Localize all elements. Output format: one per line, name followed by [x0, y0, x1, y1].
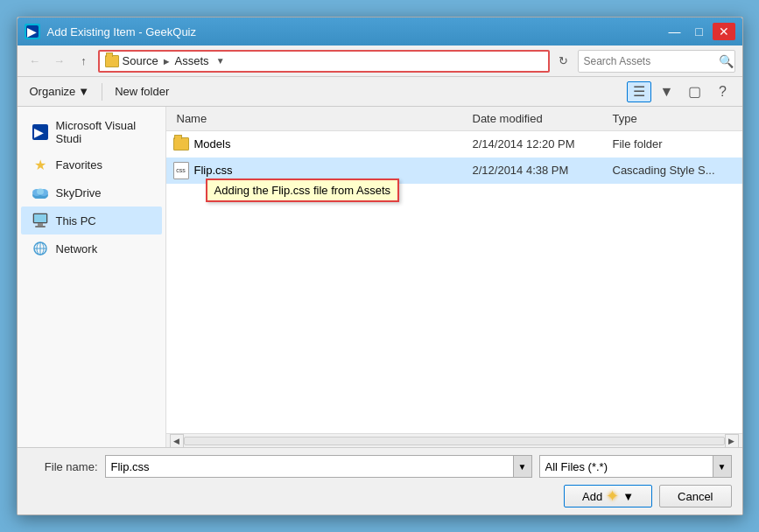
sidebar-item-this-pc[interactable]: This PC — [21, 206, 162, 234]
toolbar-right: ☰ ▼ ▢ ? — [627, 81, 735, 102]
sidebar: ▶ Microsoft Visual Studi ★ Favorites — [18, 107, 166, 447]
add-label: Add — [582, 490, 602, 503]
file-area-wrapper: Name Date modified Type Models 2/14/2014… — [166, 107, 742, 447]
sidebar-item-favorites[interactable]: ★ Favorites — [21, 150, 162, 178]
title-bar-left: ▶ Add Existing Item - GeekQuiz — [25, 24, 197, 39]
title-bar: ▶ Add Existing Item - GeekQuiz — □ ✕ — [18, 18, 742, 46]
sidebar-item-network[interactable]: Network — [21, 234, 162, 262]
sidebar-label-this-pc: This PC — [56, 214, 96, 228]
visual-studio-icon: ▶ — [32, 123, 49, 141]
view-preview-button[interactable]: ▢ — [683, 81, 707, 102]
scroll-left-button[interactable]: ◀ — [170, 434, 184, 448]
sidebar-label-favorites: Favorites — [56, 158, 102, 172]
horizontal-scrollbar[interactable]: ◀ ▶ — [166, 433, 742, 447]
this-pc-icon — [32, 212, 49, 229]
svg-text:▶: ▶ — [27, 25, 37, 38]
add-star-icon: ✦ — [606, 486, 619, 506]
dialog-title: Add Existing Item - GeekQuiz — [47, 25, 197, 38]
tooltip: Adding the Flip.css file from Assets — [206, 178, 400, 202]
column-header-date: Date modified — [473, 112, 613, 125]
action-row: Add ✦ ▼ Cancel — [28, 485, 732, 508]
minimize-button[interactable]: — — [664, 23, 686, 40]
scroll-right-button[interactable]: ▶ — [725, 434, 739, 448]
folder-icon-models — [173, 137, 189, 150]
app-icon: ▶ — [25, 24, 40, 39]
main-content: ▶ Microsoft Visual Studi ★ Favorites — [18, 107, 742, 447]
up-button[interactable]: ↑ — [74, 51, 95, 72]
sidebar-item-skydrive[interactable]: SkyDrive — [21, 178, 162, 206]
organize-button[interactable]: Organize ▼ — [25, 82, 95, 101]
title-controls: — □ ✕ — [664, 23, 735, 40]
search-input[interactable] — [584, 55, 715, 67]
filename-row: File name: Flip.css ▼ All Files (*.*) CS… — [28, 455, 732, 478]
svg-text:▶: ▶ — [34, 126, 44, 139]
search-box: 🔍 — [578, 50, 735, 73]
column-header-type: Type — [613, 112, 735, 125]
view-dropdown-button[interactable]: ▼ — [655, 81, 679, 102]
skydrive-icon — [32, 184, 49, 201]
help-button[interactable]: ? — [711, 81, 735, 102]
filename-select[interactable]: Flip.css — [105, 455, 532, 478]
file-type-flip: Cascading Style S... — [613, 164, 735, 177]
path-arrow-1: ► — [162, 56, 172, 66]
svg-rect-9 — [34, 214, 46, 222]
forward-button[interactable]: → — [49, 51, 70, 72]
back-button[interactable]: ← — [25, 51, 46, 72]
search-button[interactable]: 🔍 — [719, 54, 734, 68]
navigation-bar: ← → ↑ Source ► Assets ▼ ↻ 🔍 — [18, 46, 742, 77]
svg-rect-11 — [35, 226, 46, 228]
path-segment-assets: Assets — [175, 54, 209, 67]
sidebar-label-skydrive: SkyDrive — [56, 186, 102, 200]
path-segments: Source ► Assets — [123, 54, 209, 67]
svg-rect-10 — [38, 223, 43, 226]
sidebar-item-visual-studio[interactable]: ▶ Microsoft Visual Studi — [21, 114, 162, 150]
file-area: Name Date modified Type Models 2/14/2014… — [166, 107, 742, 447]
file-row-models[interactable]: Models 2/14/2014 12:20 PM File folder — [166, 131, 742, 158]
scroll-track[interactable] — [184, 437, 725, 445]
new-folder-label: New folder — [115, 85, 169, 98]
file-type-models: File folder — [613, 137, 735, 150]
filename-input-wrapper: Flip.css ▼ — [105, 455, 532, 478]
filetype-wrapper: All Files (*.*) CSS Files (*.css) All Te… — [539, 455, 732, 478]
cancel-button[interactable]: Cancel — [659, 485, 731, 508]
path-dropdown-button[interactable]: ▼ — [213, 50, 228, 73]
new-folder-button[interactable]: New folder — [109, 82, 174, 101]
filename-label: File name: — [28, 460, 98, 473]
add-button[interactable]: Add ✦ ▼ — [564, 485, 652, 508]
cancel-label: Cancel — [678, 490, 713, 503]
file-date-models: 2/14/2014 12:20 PM — [473, 137, 613, 150]
dialog-window: ▶ Add Existing Item - GeekQuiz — □ ✕ ← →… — [17, 17, 743, 515]
toolbar: Organize ▼ New folder ☰ ▼ ▢ ? — [18, 77, 742, 107]
bottom-section: File name: Flip.css ▼ All Files (*.*) CS… — [18, 447, 742, 514]
sidebar-label-vs: Microsoft Visual Studi — [56, 119, 151, 145]
file-date-flip: 2/12/2014 4:38 PM — [473, 164, 613, 177]
file-name-models: Models — [173, 137, 473, 150]
file-list-header: Name Date modified Type — [166, 107, 742, 131]
toolbar-separator — [102, 83, 102, 101]
css-file-icon: css — [173, 162, 189, 179]
column-header-name: Name — [173, 112, 473, 125]
filetype-select[interactable]: All Files (*.*) CSS Files (*.css) All Te… — [539, 455, 732, 478]
close-button[interactable]: ✕ — [713, 23, 735, 40]
path-breadcrumb[interactable]: Source ► Assets ▼ — [98, 50, 550, 73]
file-name-flip: css Flip.css — [173, 162, 473, 179]
add-dropdown-arrow: ▼ — [622, 490, 634, 503]
file-list: Models 2/14/2014 12:20 PM File folder cs… — [166, 131, 742, 433]
maximize-button[interactable]: □ — [688, 23, 711, 40]
view-details-button[interactable]: ☰ — [627, 81, 651, 102]
svg-point-7 — [37, 189, 44, 195]
file-row-flip-css[interactable]: css Flip.css 2/12/2014 4:38 PM Cascading… — [166, 158, 742, 184]
organize-label: Organize — [30, 85, 76, 98]
refresh-button[interactable]: ↻ — [553, 51, 574, 72]
path-segment-source: Source — [123, 54, 158, 67]
favorites-icon: ★ — [32, 156, 49, 173]
path-folder-icon — [105, 55, 119, 67]
sidebar-label-network: Network — [56, 242, 98, 256]
network-icon — [32, 240, 49, 257]
organize-dropdown-icon: ▼ — [78, 85, 89, 98]
